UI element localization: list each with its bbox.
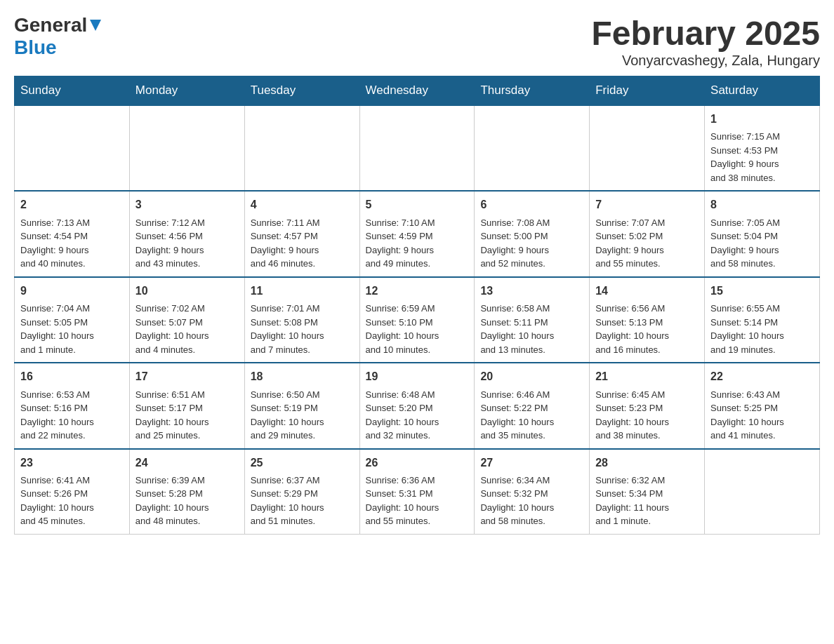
logo: General Blue xyxy=(14,14,102,59)
day-info: Sunrise: 6:59 AM Sunset: 5:10 PM Dayligh… xyxy=(366,302,469,356)
calendar-cell: 27Sunrise: 6:34 AM Sunset: 5:32 PM Dayli… xyxy=(475,449,590,535)
day-info: Sunrise: 7:02 AM Sunset: 5:07 PM Dayligh… xyxy=(135,302,239,356)
calendar-cell xyxy=(590,105,705,191)
calendar-cell: 1Sunrise: 7:15 AM Sunset: 4:53 PM Daylig… xyxy=(705,105,820,191)
calendar-cell: 12Sunrise: 6:59 AM Sunset: 5:10 PM Dayli… xyxy=(359,277,475,363)
calendar-cell xyxy=(129,105,244,191)
day-info: Sunrise: 7:15 AM Sunset: 4:53 PM Dayligh… xyxy=(710,130,814,185)
weekday-header-sunday: Sunday xyxy=(15,76,130,106)
calendar-cell: 18Sunrise: 6:50 AM Sunset: 5:19 PM Dayli… xyxy=(244,363,359,448)
day-number: 9 xyxy=(20,283,124,299)
day-info: Sunrise: 7:12 AM Sunset: 4:56 PM Dayligh… xyxy=(135,216,239,271)
calendar-cell: 13Sunrise: 6:58 AM Sunset: 5:11 PM Dayli… xyxy=(475,277,590,363)
calendar-cell: 9Sunrise: 7:04 AM Sunset: 5:05 PM Daylig… xyxy=(15,277,130,363)
header: General Blue February 2025 Vonyarcvasheg… xyxy=(14,14,820,69)
day-number: 27 xyxy=(480,455,583,471)
logo-triangle-icon xyxy=(88,18,102,32)
day-info: Sunrise: 7:05 AM Sunset: 5:04 PM Dayligh… xyxy=(710,216,814,271)
day-number: 17 xyxy=(135,369,239,384)
day-info: Sunrise: 6:37 AM Sunset: 5:29 PM Dayligh… xyxy=(251,474,354,528)
day-number: 4 xyxy=(251,197,354,213)
calendar-cell xyxy=(244,105,359,191)
day-info: Sunrise: 6:58 AM Sunset: 5:11 PM Dayligh… xyxy=(480,302,583,356)
day-number: 26 xyxy=(366,455,469,471)
day-info: Sunrise: 6:56 AM Sunset: 5:13 PM Dayligh… xyxy=(595,302,699,356)
calendar-cell: 19Sunrise: 6:48 AM Sunset: 5:20 PM Dayli… xyxy=(359,363,475,448)
svg-marker-0 xyxy=(90,20,101,31)
calendar-cell: 6Sunrise: 7:08 AM Sunset: 5:00 PM Daylig… xyxy=(475,191,590,276)
day-number: 13 xyxy=(480,283,583,299)
day-info: Sunrise: 6:46 AM Sunset: 5:22 PM Dayligh… xyxy=(480,388,583,443)
calendar-cell: 11Sunrise: 7:01 AM Sunset: 5:08 PM Dayli… xyxy=(244,277,359,363)
day-info: Sunrise: 7:10 AM Sunset: 4:59 PM Dayligh… xyxy=(366,216,469,271)
calendar: SundayMondayTuesdayWednesdayThursdayFrid… xyxy=(14,76,820,535)
day-number: 15 xyxy=(710,283,814,299)
month-title: February 2025 xyxy=(591,14,820,53)
day-info: Sunrise: 6:34 AM Sunset: 5:32 PM Dayligh… xyxy=(480,474,583,528)
calendar-cell: 26Sunrise: 6:36 AM Sunset: 5:31 PM Dayli… xyxy=(359,449,475,535)
day-info: Sunrise: 6:53 AM Sunset: 5:16 PM Dayligh… xyxy=(20,388,124,443)
title-area: February 2025 Vonyarcvashegy, Zala, Hung… xyxy=(591,14,820,69)
day-number: 10 xyxy=(135,283,239,299)
calendar-week-1: 1Sunrise: 7:15 AM Sunset: 4:53 PM Daylig… xyxy=(15,105,820,191)
day-number: 22 xyxy=(710,369,814,384)
calendar-cell xyxy=(15,105,130,191)
calendar-cell: 25Sunrise: 6:37 AM Sunset: 5:29 PM Dayli… xyxy=(244,449,359,535)
day-number: 16 xyxy=(20,369,124,384)
calendar-cell: 17Sunrise: 6:51 AM Sunset: 5:17 PM Dayli… xyxy=(129,363,244,448)
day-number: 20 xyxy=(480,369,583,384)
day-info: Sunrise: 6:41 AM Sunset: 5:26 PM Dayligh… xyxy=(20,474,124,528)
day-info: Sunrise: 7:01 AM Sunset: 5:08 PM Dayligh… xyxy=(251,302,354,356)
weekday-header-friday: Friday xyxy=(590,76,705,106)
weekday-header-monday: Monday xyxy=(129,76,244,106)
day-number: 14 xyxy=(595,283,699,299)
day-number: 1 xyxy=(710,112,814,127)
calendar-week-5: 23Sunrise: 6:41 AM Sunset: 5:26 PM Dayli… xyxy=(15,449,820,535)
day-number: 5 xyxy=(366,197,469,213)
day-info: Sunrise: 7:07 AM Sunset: 5:02 PM Dayligh… xyxy=(595,216,699,271)
calendar-cell: 2Sunrise: 7:13 AM Sunset: 4:54 PM Daylig… xyxy=(15,191,130,276)
day-info: Sunrise: 7:04 AM Sunset: 5:05 PM Dayligh… xyxy=(20,302,124,356)
day-number: 3 xyxy=(135,197,239,213)
day-number: 24 xyxy=(135,455,239,471)
calendar-cell: 10Sunrise: 7:02 AM Sunset: 5:07 PM Dayli… xyxy=(129,277,244,363)
day-number: 7 xyxy=(595,197,699,213)
day-info: Sunrise: 6:48 AM Sunset: 5:20 PM Dayligh… xyxy=(366,388,469,443)
weekday-header-tuesday: Tuesday xyxy=(244,76,359,106)
calendar-cell: 4Sunrise: 7:11 AM Sunset: 4:57 PM Daylig… xyxy=(244,191,359,276)
weekday-header-thursday: Thursday xyxy=(475,76,590,106)
day-info: Sunrise: 6:45 AM Sunset: 5:23 PM Dayligh… xyxy=(595,388,699,443)
day-info: Sunrise: 6:51 AM Sunset: 5:17 PM Dayligh… xyxy=(135,388,239,443)
weekday-header-row: SundayMondayTuesdayWednesdayThursdayFrid… xyxy=(15,76,820,106)
day-info: Sunrise: 6:36 AM Sunset: 5:31 PM Dayligh… xyxy=(366,474,469,528)
calendar-cell: 28Sunrise: 6:32 AM Sunset: 5:34 PM Dayli… xyxy=(590,449,705,535)
calendar-cell: 21Sunrise: 6:45 AM Sunset: 5:23 PM Dayli… xyxy=(590,363,705,448)
day-number: 28 xyxy=(595,455,699,471)
calendar-cell xyxy=(475,105,590,191)
calendar-week-2: 2Sunrise: 7:13 AM Sunset: 4:54 PM Daylig… xyxy=(15,191,820,276)
location-title: Vonyarcvashegy, Zala, Hungary xyxy=(591,53,820,69)
calendar-cell: 22Sunrise: 6:43 AM Sunset: 5:25 PM Dayli… xyxy=(705,363,820,448)
day-info: Sunrise: 7:11 AM Sunset: 4:57 PM Dayligh… xyxy=(251,216,354,271)
day-info: Sunrise: 6:39 AM Sunset: 5:28 PM Dayligh… xyxy=(135,474,239,528)
day-number: 18 xyxy=(251,369,354,384)
calendar-cell: 8Sunrise: 7:05 AM Sunset: 5:04 PM Daylig… xyxy=(705,191,820,276)
calendar-cell: 15Sunrise: 6:55 AM Sunset: 5:14 PM Dayli… xyxy=(705,277,820,363)
day-number: 11 xyxy=(251,283,354,299)
calendar-cell xyxy=(359,105,475,191)
day-info: Sunrise: 6:50 AM Sunset: 5:19 PM Dayligh… xyxy=(251,388,354,443)
calendar-week-3: 9Sunrise: 7:04 AM Sunset: 5:05 PM Daylig… xyxy=(15,277,820,363)
calendar-cell: 23Sunrise: 6:41 AM Sunset: 5:26 PM Dayli… xyxy=(15,449,130,535)
day-info: Sunrise: 6:32 AM Sunset: 5:34 PM Dayligh… xyxy=(595,474,699,528)
day-info: Sunrise: 7:13 AM Sunset: 4:54 PM Dayligh… xyxy=(20,216,124,271)
day-number: 12 xyxy=(366,283,469,299)
day-info: Sunrise: 6:55 AM Sunset: 5:14 PM Dayligh… xyxy=(710,302,814,356)
calendar-cell: 20Sunrise: 6:46 AM Sunset: 5:22 PM Dayli… xyxy=(475,363,590,448)
day-number: 25 xyxy=(251,455,354,471)
day-number: 6 xyxy=(480,197,583,213)
calendar-cell: 7Sunrise: 7:07 AM Sunset: 5:02 PM Daylig… xyxy=(590,191,705,276)
day-number: 2 xyxy=(20,197,124,213)
day-number: 8 xyxy=(710,197,814,213)
calendar-cell: 14Sunrise: 6:56 AM Sunset: 5:13 PM Dayli… xyxy=(590,277,705,363)
calendar-cell: 16Sunrise: 6:53 AM Sunset: 5:16 PM Dayli… xyxy=(15,363,130,448)
